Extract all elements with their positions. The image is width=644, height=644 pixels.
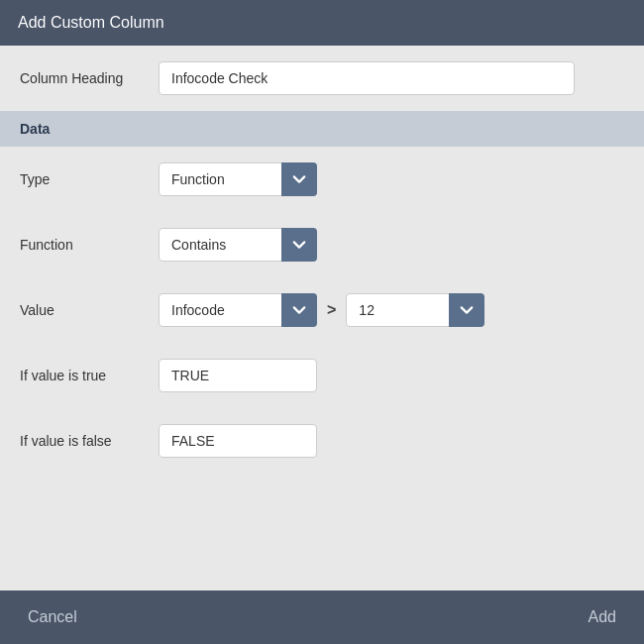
function-select-wrapper: Contains Equals Starts With Ends With Gr… — [159, 228, 317, 262]
type-select[interactable]: Function Value Expression — [159, 162, 317, 196]
value-left-select-wrapper: Infocode Name Code Description — [159, 293, 317, 327]
function-select[interactable]: Contains Equals Starts With Ends With Gr… — [159, 228, 317, 262]
type-row: Type Function Value Expression — [0, 147, 644, 212]
value-controls: Infocode Name Code Description > 12 — [159, 293, 484, 327]
value-left-select[interactable]: Infocode Name Code Description — [159, 293, 317, 327]
dialog-title-bar: Add Custom Column — [0, 0, 644, 46]
type-label: Type — [20, 171, 159, 187]
function-row: Function Contains Equals Starts With End… — [0, 212, 644, 277]
cancel-button[interactable]: Cancel — [20, 604, 85, 630]
if-false-label: If value is false — [20, 433, 159, 449]
function-label: Function — [20, 237, 159, 253]
dialog-title: Add Custom Column — [18, 14, 164, 31]
add-custom-column-dialog: Add Custom Column Column Heading Data Ty… — [0, 0, 644, 644]
value-right-select[interactable]: 12 10 20 30 50 — [346, 293, 484, 327]
column-heading-row: Column Heading — [0, 46, 644, 111]
column-heading-input[interactable] — [159, 61, 575, 95]
dialog-footer: Cancel Add — [0, 590, 644, 644]
value-row: Value Infocode Name Code Description — [0, 277, 644, 343]
if-true-input[interactable] — [159, 359, 317, 392]
data-section-header: Data — [0, 111, 644, 147]
add-button[interactable]: Add — [581, 604, 624, 630]
if-false-row: If value is false — [0, 408, 644, 474]
if-true-label: If value is true — [20, 368, 159, 383]
operator-symbol: > — [327, 301, 336, 319]
if-false-input[interactable] — [159, 424, 317, 458]
value-right-select-wrapper: 12 10 20 30 50 — [346, 293, 484, 327]
if-true-row: If value is true — [0, 343, 644, 408]
type-select-wrapper: Function Value Expression — [159, 162, 317, 196]
content-area: Column Heading Data Type Function Value … — [0, 46, 644, 590]
column-heading-label: Column Heading — [20, 70, 159, 86]
value-label: Value — [20, 302, 159, 318]
